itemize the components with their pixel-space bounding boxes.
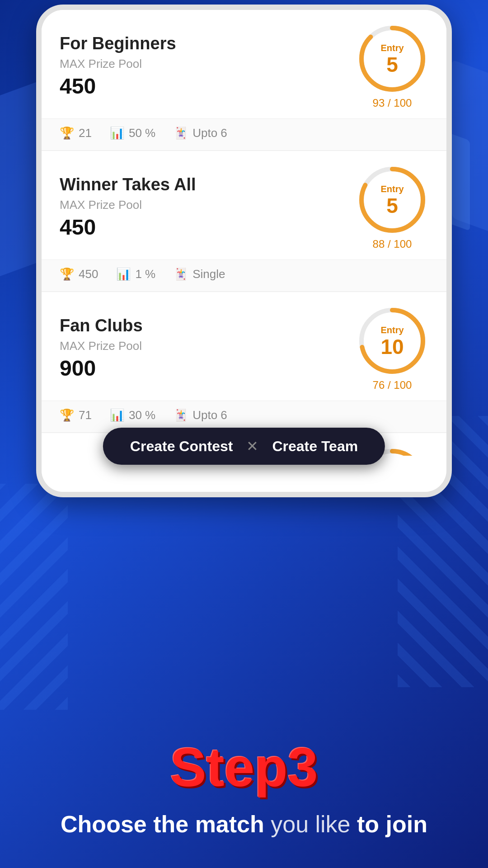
entry-count-fan-clubs: 76 / 100 (373, 379, 412, 392)
create-team-button[interactable]: Create Team (272, 438, 358, 455)
entry-label-0: Entry (380, 43, 404, 53)
contests-list: For Beginners MAX Prize Pool 450 (42, 10, 446, 456)
stat-team-2: 🃏 Upto 6 (174, 408, 227, 422)
stat-team-value-0: Upto 6 (192, 126, 227, 140)
phone-mockup: For Beginners MAX Prize Pool 450 (36, 5, 452, 497)
card-prize-winner: 450 (60, 215, 356, 240)
card-title-for-beginners: For Beginners (60, 34, 356, 53)
step-description-part1: Choose the match (61, 811, 264, 837)
contest-card-fan-clubs[interactable]: Fan Clubs MAX Prize Pool 900 (42, 292, 446, 433)
team-icon-2: 🃏 (174, 408, 188, 422)
stat-percent-1: 📊 1 % (116, 267, 155, 281)
card-info-winner: Winner Takes All MAX Prize Pool 450 (60, 175, 356, 240)
chart-icon-1: 📊 (116, 267, 131, 281)
stat-team-1: 🃏 Single (174, 267, 225, 281)
trophy-icon-0: 🏆 (60, 126, 74, 140)
stat-percent-0: 📊 50 % (110, 126, 155, 140)
entry-number-1: 5 (386, 195, 398, 216)
card-info-fan-clubs: Fan Clubs MAX Prize Pool 900 (60, 316, 356, 381)
stat-winners-value-0: 21 (79, 126, 92, 140)
stat-winners-value-2: 71 (79, 408, 92, 422)
step-description-part3: to join (357, 811, 427, 837)
team-icon-0: 🃏 (174, 126, 188, 140)
card-prize-label-fan-clubs: MAX Prize Pool (60, 339, 356, 353)
phone-screen: For Beginners MAX Prize Pool 450 (42, 10, 446, 492)
card-title-fan-clubs: Fan Clubs (60, 316, 356, 335)
card-prize-label-winner: MAX Prize Pool (60, 198, 356, 212)
entry-label-1: Entry (380, 184, 404, 194)
entry-badge-winner: Entry 5 88 / 100 (356, 164, 428, 250)
card-prize-label-for-beginners: MAX Prize Pool (60, 57, 356, 71)
card-stats-for-beginners: 🏆 21 📊 50 % 🃏 Upto 6 (42, 118, 446, 150)
chart-icon-0: 📊 (110, 126, 124, 140)
team-icon-1: 🃏 (174, 267, 188, 281)
contest-card-winner-takes-all[interactable]: Winner Takes All MAX Prize Pool 450 (42, 151, 446, 292)
stat-team-value-2: Upto 6 (192, 408, 227, 422)
stat-team-0: 🃏 Upto 6 (174, 126, 227, 140)
stat-percent-value-0: 50 % (129, 126, 155, 140)
trophy-icon-1: 🏆 (60, 267, 74, 281)
action-bar[interactable]: Create Contest ✕ Create Team (103, 428, 385, 465)
entry-count-for-beginners: 93 / 100 (373, 97, 412, 109)
entry-circle-winner: Entry 5 (356, 164, 428, 236)
entry-count-winner: 88 / 100 (373, 238, 412, 250)
entry-label-2: Entry (380, 325, 404, 335)
stat-team-value-1: Single (192, 267, 225, 281)
stat-winners-value-1: 450 (79, 267, 98, 281)
action-bar-divider-icon: ✕ (246, 438, 258, 455)
stat-percent-2: 📊 30 % (110, 408, 155, 422)
step-description-part2: you like (264, 811, 357, 837)
stat-winners-2: 🏆 71 (60, 408, 92, 422)
step-description: Choose the match you like to join (33, 808, 455, 841)
chart-icon-2: 📊 (110, 408, 124, 422)
card-stats-winner: 🏆 450 📊 1 % 🃏 Single (42, 259, 446, 291)
stat-winners-1: 🏆 450 (60, 267, 98, 281)
stat-percent-value-2: 30 % (129, 408, 155, 422)
card-prize-for-beginners: 450 (60, 74, 356, 99)
trophy-icon-2: 🏆 (60, 408, 74, 422)
contest-card-for-beginners[interactable]: For Beginners MAX Prize Pool 450 (42, 10, 446, 151)
entry-circle-for-beginners: Entry 5 (356, 23, 428, 95)
create-contest-button[interactable]: Create Contest (130, 438, 233, 455)
stat-winners-0: 🏆 21 (60, 126, 92, 140)
entry-badge-for-beginners: Entry 5 93 / 100 (356, 23, 428, 109)
card-prize-fan-clubs: 900 (60, 356, 356, 381)
card-title-winner: Winner Takes All (60, 175, 356, 194)
entry-badge-fan-clubs: Entry 10 76 / 100 (356, 305, 428, 392)
entry-number-0: 5 (386, 54, 398, 75)
step-label: Step3 (170, 740, 318, 794)
bottom-section: Step3 Choose the match you like to join (0, 506, 488, 868)
bg-decoration-left (0, 80, 41, 281)
entry-number-2: 10 (380, 336, 404, 357)
entry-circle-fan-clubs: Entry 10 (356, 305, 428, 377)
stat-percent-value-1: 1 % (135, 267, 155, 281)
card-info-for-beginners: For Beginners MAX Prize Pool 450 (60, 34, 356, 99)
